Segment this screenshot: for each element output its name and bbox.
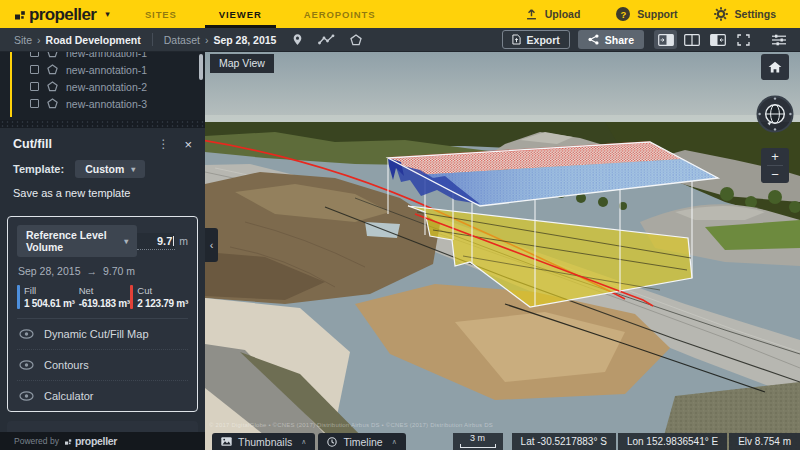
- thumbnails-tab[interactable]: Thumbnails ∧: [212, 433, 315, 450]
- reference-unit: m: [179, 235, 188, 247]
- compass-orbit-control[interactable]: [756, 95, 794, 133]
- zoom-out-button[interactable]: −: [761, 166, 789, 183]
- image-icon: [221, 437, 232, 446]
- header-actions: Upload ? Support Settings: [525, 7, 776, 21]
- brand-chevron-down-icon[interactable]: ▾: [105, 9, 110, 19]
- support-button[interactable]: ? Support: [616, 7, 677, 21]
- fill-label: Fill: [24, 285, 75, 296]
- panel-title: Cut/fill: [13, 137, 52, 151]
- panel-resize-handle[interactable]: [0, 120, 205, 128]
- site-breadcrumb[interactable]: Site › Road Development: [14, 34, 141, 46]
- cut-value: 2 123.79 m³: [137, 298, 188, 309]
- settings-label: Settings: [735, 8, 776, 20]
- arrow-right-icon: →: [86, 265, 97, 277]
- layout-controls: [654, 30, 755, 49]
- dynamic-cutfill-map-toggle[interactable]: Dynamic Cut/Fill Map: [17, 318, 188, 349]
- checkbox[interactable]: [30, 99, 39, 108]
- checkbox[interactable]: [30, 65, 39, 74]
- net-stat: Net -619.183 m³: [75, 285, 131, 309]
- elevation-readout: Elv 8.754 m: [729, 433, 800, 450]
- reference-level-input[interactable]: 9.7: [137, 233, 175, 250]
- text-cursor: [173, 236, 174, 246]
- toolbar-right-actions: Export Share: [502, 30, 794, 49]
- checkbox[interactable]: [30, 52, 39, 57]
- list-item[interactable]: new-annotation-2: [0, 78, 205, 95]
- polyline-icon: [318, 34, 335, 45]
- polygon-annotation-icon: [47, 81, 58, 92]
- polygon-annotation-icon: [47, 52, 58, 58]
- annotation-label: new-annotation-3: [66, 98, 147, 110]
- expand-right-panel-button[interactable]: [654, 30, 677, 49]
- powered-by-brand[interactable]: propeller: [65, 435, 117, 447]
- dataset-breadcrumb[interactable]: Dataset › Sep 28, 2015: [164, 34, 277, 46]
- propeller-logo[interactable]: propeller ▾: [15, 6, 110, 23]
- reference-level-dropdown[interactable]: Reference Level Volume ▾: [17, 225, 137, 257]
- export-label: Export: [527, 34, 560, 46]
- panel-left-icon: [710, 34, 726, 46]
- home-view-button[interactable]: [761, 54, 789, 80]
- scale-bracket: [460, 444, 496, 448]
- zoom-in-button[interactable]: +: [761, 148, 789, 165]
- list-item[interactable]: new-annotation-1: [0, 52, 205, 61]
- polygon-tool[interactable]: [350, 34, 362, 46]
- annotation-label: new-annotation-1: [66, 64, 147, 76]
- terrain-3d-scene[interactable]: [205, 52, 800, 450]
- powered-by-label: Powered by: [14, 436, 59, 446]
- visibility-eye-icon: [19, 391, 34, 401]
- propeller-logo-icon: [15, 8, 26, 21]
- left-sidebar: new-annotation-1 new-annotation-1 new-an…: [0, 52, 205, 432]
- export-file-icon: [512, 34, 521, 45]
- scrollbar-thumb[interactable]: [199, 54, 203, 80]
- list-item[interactable]: new-annotation-3: [0, 95, 205, 112]
- cutfill-panel-header: Cut/fill ⋮ ×: [0, 128, 205, 157]
- cut-stat: Cut 2 123.79 m³: [130, 285, 188, 309]
- settings-button[interactable]: Settings: [714, 7, 776, 21]
- close-icon[interactable]: ×: [184, 138, 192, 151]
- propeller-logo-icon: [65, 437, 72, 446]
- cut-color-bar: [130, 285, 133, 309]
- toolbar-divider: [152, 33, 153, 46]
- reference-level-card: Reference Level Volume ▾ 9.7 m Sep 28, 2…: [7, 216, 198, 412]
- viewer-toolbar: Site › Road Development Dataset › Sep 28…: [0, 28, 800, 52]
- checkbox[interactable]: [30, 82, 39, 91]
- breadcrumb-separator: ›: [205, 34, 209, 46]
- sidebar-collapse-handle[interactable]: ‹: [205, 228, 218, 262]
- fullscreen-button[interactable]: [732, 30, 755, 49]
- expand-left-panel-button[interactable]: [706, 30, 729, 49]
- list-item[interactable]: new-annotation-1: [0, 61, 205, 78]
- map-view-label: Map View: [210, 54, 274, 73]
- contours-toggle[interactable]: Contours: [17, 349, 188, 380]
- share-label: Share: [605, 34, 634, 46]
- display-settings-button[interactable]: [767, 30, 790, 49]
- template-value: Custom: [85, 163, 124, 175]
- polygon-annotation-icon: [47, 64, 58, 75]
- map-viewport[interactable]: Map View ‹ + − © 2017 DigitalGlobe • ©CN…: [205, 52, 800, 450]
- surface-area-card: Surface Area 4 809.13 m²: [7, 421, 198, 432]
- fill-color-bar: [17, 285, 20, 309]
- chevron-down-icon: ▾: [124, 237, 128, 246]
- share-button[interactable]: Share: [578, 30, 644, 49]
- horizon-haze: [205, 115, 800, 123]
- marker-pin-tool[interactable]: [292, 33, 303, 46]
- polyline-tool[interactable]: [318, 34, 335, 45]
- template-dropdown[interactable]: Custom ▾: [75, 160, 145, 178]
- kebab-menu-icon[interactable]: ⋮: [157, 137, 169, 151]
- toggle-label: Contours: [44, 359, 89, 371]
- help-icon: ?: [616, 7, 630, 21]
- thumbnails-label: Thumbnails: [238, 436, 292, 448]
- save-template-link[interactable]: Save as a new template: [0, 186, 205, 209]
- zoom-control: + −: [761, 148, 789, 183]
- tab-sites[interactable]: SITES: [124, 0, 198, 28]
- latitude-readout: Lat -30.5217883° S: [512, 433, 616, 450]
- tab-aeropoints[interactable]: AEROPOINTS: [283, 0, 397, 28]
- calculator-toggle[interactable]: Calculator: [17, 380, 188, 411]
- visibility-eye-icon: [19, 329, 34, 339]
- clock-icon: [327, 437, 337, 447]
- export-button[interactable]: Export: [502, 30, 570, 49]
- upload-button[interactable]: Upload: [525, 8, 581, 20]
- timeline-tab[interactable]: Timeline ∧: [318, 433, 405, 450]
- template-row: Template: Custom ▾: [0, 157, 205, 186]
- annotation-label: new-annotation-2: [66, 81, 147, 93]
- tab-viewer[interactable]: VIEWER: [198, 0, 283, 28]
- split-view-button[interactable]: [680, 30, 703, 49]
